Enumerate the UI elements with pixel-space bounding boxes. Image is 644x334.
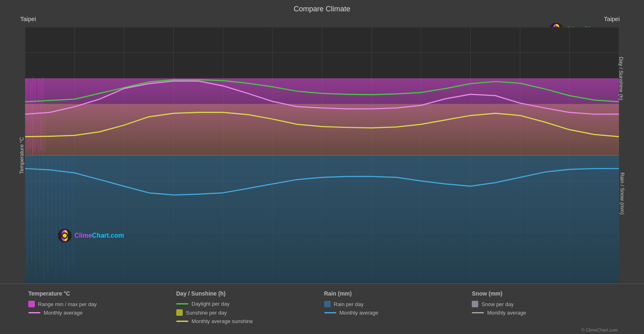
- svg-rect-48: [26, 80, 27, 151]
- legend-item-daylight: Daylight per day: [176, 301, 324, 307]
- legend-title-sunshine: Day / Sunshine (h): [176, 290, 324, 297]
- svg-rect-53: [36, 81, 37, 149]
- legend-line-snow-avg: [472, 312, 484, 313]
- legend-section-sunshine: Day / Sunshine (h) Daylight per day Suns…: [176, 290, 324, 324]
- svg-rect-56: [42, 77, 43, 153]
- svg-rect-40: [72, 155, 73, 266]
- legend-item-rain-avg: Monthly average: [324, 310, 472, 316]
- svg-rect-51: [32, 77, 33, 156]
- svg-rect-50: [30, 82, 31, 149]
- legend-swatch-snow: [472, 301, 478, 307]
- svg-rect-49: [28, 78, 29, 155]
- y-axis-label-right-top: Day / Sunshine (h): [619, 57, 625, 100]
- svg-rect-28: [25, 155, 619, 284]
- logo-icon-bottom: [57, 228, 72, 243]
- svg-rect-34: [47, 155, 48, 272]
- legend-title-temperature: Temperature °C: [28, 290, 176, 297]
- svg-point-91: [63, 234, 67, 238]
- svg-rect-30: [31, 155, 32, 262]
- legend-item-temp-avg: Monthly average: [28, 310, 176, 316]
- svg-rect-32: [39, 155, 40, 266]
- y-axis-label-left: Temperature °C: [19, 137, 25, 174]
- legend-item-sunshine: Sunshine per day: [176, 309, 324, 316]
- chart-svg: 50 40 30 20 10 0 -10 -20 -30 -40 -50 24 …: [25, 27, 619, 283]
- main-container: Compare Climate Taipei Taipei ClimeChart…: [0, 0, 644, 334]
- legend-section-temperature: Temperature °C Range min / max per day M…: [28, 290, 176, 324]
- svg-rect-31: [35, 155, 36, 275]
- city-label-right: Taipei: [604, 15, 620, 22]
- legend-line-sunshine-avg: [176, 321, 188, 322]
- svg-rect-35: [51, 155, 52, 268]
- legend-swatch-sunshine: [176, 309, 183, 316]
- legend-swatch-temp-range: [28, 301, 35, 307]
- legend-title-rain: Rain (mm): [324, 290, 472, 297]
- legend-item-temp-range: Range min / max per day: [28, 301, 176, 307]
- svg-rect-29: [27, 155, 28, 270]
- chart-title: Compare Climate: [0, 0, 644, 15]
- logo-text-bottom: ClimeChart.com: [74, 232, 124, 239]
- legend-section-snow: Snow (mm) Snow per day Monthly average: [472, 290, 620, 324]
- city-label-left: Taipei: [20, 15, 36, 22]
- svg-rect-33: [43, 155, 44, 279]
- svg-rect-36: [55, 155, 56, 277]
- legend: Temperature °C Range min / max per day M…: [0, 283, 644, 328]
- legend-item-snow-avg: Monthly average: [472, 310, 620, 316]
- svg-rect-52: [34, 79, 35, 152]
- legend-title-snow: Snow (mm): [472, 290, 620, 297]
- legend-item-rain-day: Rain per day: [324, 301, 472, 307]
- svg-rect-55: [40, 80, 41, 151]
- legend-section-rain: Rain (mm) Rain per day Monthly average: [324, 290, 472, 324]
- svg-rect-39: [68, 155, 69, 275]
- legend-swatch-rain: [324, 301, 331, 307]
- copyright: © ClimeChart.com: [0, 328, 644, 334]
- legend-line-temp-avg: [28, 312, 40, 313]
- legend-line-daylight: [176, 303, 188, 304]
- logo-bottom-left: ClimeChart.com: [57, 228, 124, 243]
- legend-item-sunshine-avg: Monthly average sunshine: [176, 318, 324, 324]
- legend-item-snow-day: Snow per day: [472, 301, 620, 307]
- y-axis-label-right-bottom: Rain / Snow (mm): [619, 172, 625, 215]
- svg-rect-38: [64, 155, 65, 270]
- legend-line-rain-avg: [324, 312, 336, 313]
- svg-rect-54: [38, 79, 39, 154]
